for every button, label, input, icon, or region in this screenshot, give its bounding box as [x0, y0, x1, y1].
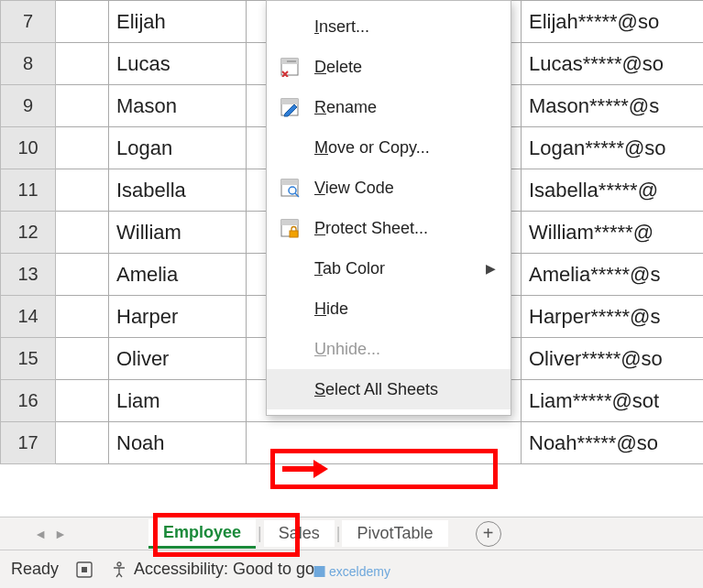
cell-blank[interactable]: [56, 296, 109, 338]
blank-icon: [278, 337, 302, 361]
menu-protect-sheet[interactable]: Protect Sheet...: [267, 208, 511, 248]
delete-sheet-icon: [278, 55, 302, 79]
svg-rect-13: [82, 567, 87, 572]
svg-rect-10: [281, 220, 298, 225]
menu-insert[interactable]: Insert...: [267, 6, 511, 47]
menu-unhide: Unhide...: [267, 329, 511, 369]
view-code-icon: [278, 176, 302, 200]
rename-sheet-icon: [278, 95, 302, 119]
cell-blank[interactable]: [56, 127, 109, 169]
cell-blank[interactable]: [56, 1, 109, 43]
cell-email[interactable]: Liam*****@sot: [522, 380, 704, 422]
svg-rect-4: [281, 99, 298, 104]
menu-tabcolor-label: Tab Color: [314, 259, 385, 278]
sheet-tab-pivottable[interactable]: PivotTable: [342, 520, 447, 547]
blank-icon: [278, 256, 302, 280]
menu-delete[interactable]: Delete: [267, 47, 511, 87]
svg-rect-6: [281, 180, 298, 185]
menu-hide[interactable]: Hide: [267, 289, 511, 329]
cell-name[interactable]: Liam: [109, 380, 247, 422]
cell-email[interactable]: Lucas*****@so: [522, 43, 704, 85]
cell-blank[interactable]: [56, 212, 109, 254]
status-macro-icon[interactable]: [75, 561, 93, 579]
menu-rename[interactable]: Rename: [267, 87, 511, 127]
menu-rename-label: Rename: [314, 98, 377, 117]
cell-blank[interactable]: [56, 43, 109, 85]
cell-hidden-under-menu[interactable]: [247, 422, 522, 464]
submenu-arrow-icon: ▶: [486, 261, 496, 276]
cell-blank[interactable]: [56, 422, 109, 464]
cell-name[interactable]: Logan: [109, 127, 247, 169]
svg-rect-11: [290, 231, 298, 237]
menu-move-or-copy[interactable]: Move or Copy...: [267, 127, 511, 168]
svg-point-14: [117, 562, 121, 566]
status-bar: Ready Accessibility: Good to go: [0, 550, 703, 588]
accessibility-status[interactable]: Accessibility: Good to go: [110, 560, 314, 579]
protect-sheet-icon: [278, 216, 302, 240]
tab-nav-next-icon[interactable]: ►: [54, 527, 67, 541]
menu-selectall-label: Select All Sheets: [314, 380, 438, 399]
row-header[interactable]: 9: [1, 85, 56, 127]
row-header[interactable]: 17: [1, 422, 56, 464]
row-header[interactable]: 13: [1, 254, 56, 296]
blank-icon: [278, 136, 302, 159]
menu-protect-label: Protect Sheet...: [314, 219, 428, 238]
accessibility-label: Accessibility: Good to go: [134, 560, 314, 579]
row-header[interactable]: 8: [1, 43, 56, 85]
row-header[interactable]: 10: [1, 127, 56, 169]
menu-delete-label: Delete: [314, 58, 362, 77]
menu-hide-label: Hide: [314, 299, 348, 319]
table-row: 17NoahNoah*****@so: [1, 422, 704, 464]
sheet-tab-strip: ◄ ► Employee | Sales | PivotTable +: [0, 517, 703, 550]
row-header[interactable]: 14: [1, 296, 56, 338]
cell-name[interactable]: Mason: [109, 85, 247, 127]
menu-move-label: Move or Copy...: [314, 138, 430, 158]
cell-name[interactable]: Amelia: [109, 254, 247, 296]
cell-blank[interactable]: [56, 338, 109, 380]
menu-viewcode-label: View Code: [314, 179, 394, 198]
menu-unhide-label: Unhide...: [314, 340, 380, 359]
cell-email[interactable]: Harper*****@s: [522, 296, 704, 338]
cell-blank[interactable]: [56, 254, 109, 296]
accessibility-icon: [110, 561, 128, 579]
cell-email[interactable]: Mason*****@s: [522, 85, 704, 127]
cell-email[interactable]: Isabella*****@: [522, 169, 704, 212]
tab-nav-buttons[interactable]: ◄ ►: [0, 527, 101, 541]
sheet-tab-employee[interactable]: Employee: [148, 519, 256, 549]
add-sheet-button[interactable]: +: [476, 521, 501, 547]
tab-separator: |: [256, 524, 264, 543]
cell-name[interactable]: Isabella: [109, 169, 247, 212]
menu-select-all-sheets[interactable]: Select All Sheets: [267, 369, 511, 409]
blank-icon: [278, 15, 302, 38]
cell-name[interactable]: Elijah: [109, 1, 247, 43]
cell-email[interactable]: Elijah*****@so: [522, 1, 704, 43]
cell-email[interactable]: Logan*****@so: [522, 127, 704, 169]
cell-name[interactable]: Lucas: [109, 43, 247, 85]
tab-separator: |: [335, 524, 343, 543]
row-header[interactable]: 16: [1, 380, 56, 422]
row-header[interactable]: 11: [1, 169, 56, 212]
menu-view-code[interactable]: View Code: [267, 168, 511, 208]
cell-email[interactable]: Noah*****@so: [522, 422, 704, 464]
cell-email[interactable]: William*****@: [522, 212, 704, 254]
cell-blank[interactable]: [56, 380, 109, 422]
sheet-tab-sales[interactable]: Sales: [264, 520, 335, 547]
svg-point-7: [289, 187, 296, 194]
status-ready: Ready: [11, 560, 59, 579]
cell-name[interactable]: William: [109, 212, 247, 254]
sheet-tab-context-menu: Insert... Delete Rename Move or Copy... …: [266, 0, 511, 416]
row-header[interactable]: 15: [1, 338, 56, 380]
cell-blank[interactable]: [56, 169, 109, 212]
menu-tab-color[interactable]: Tab Color ▶: [267, 248, 511, 289]
row-header[interactable]: 7: [1, 1, 56, 43]
cell-name[interactable]: Harper: [109, 296, 247, 338]
cell-name[interactable]: Noah: [109, 422, 247, 464]
blank-icon: [278, 297, 302, 321]
tab-nav-prev-icon[interactable]: ◄: [34, 527, 47, 541]
row-header[interactable]: 12: [1, 212, 56, 254]
cell-name[interactable]: Oliver: [109, 338, 247, 380]
blank-icon: [278, 377, 302, 401]
cell-email[interactable]: Oliver*****@so: [522, 338, 704, 380]
cell-blank[interactable]: [56, 85, 109, 127]
cell-email[interactable]: Amelia*****@s: [522, 254, 704, 296]
